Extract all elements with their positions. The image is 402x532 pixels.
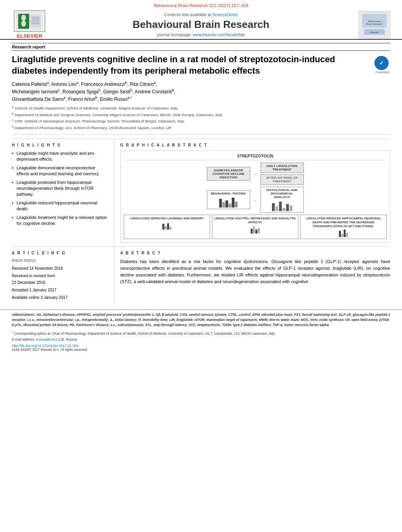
affiliation-d: d Department of Pharmacology, UCL School…: [12, 125, 390, 130]
doi-link[interactable]: http://dx.doi.org/10.1016/j.bbr.2017.01.…: [12, 344, 78, 348]
outcome2-text: LIRAGLUTIDE HAD PRO- DEPRESSANT AND ANXI…: [214, 217, 296, 224]
crossmark-badge: ✓ CrossMark: [374, 56, 390, 74]
abstract-text: Diabetes has been identified as a risk f…: [120, 258, 390, 285]
graph-box4-text: BEHAVIORAL TESTING: [209, 192, 248, 195]
svg-text:Elsevier: Elsevier: [370, 31, 378, 33]
elsevier-logo: ELSEVIER: [12, 10, 47, 39]
revised-label: Received in revised form: [12, 272, 108, 279]
journal-logo-image: Behavioural Brain Research Elsevier: [359, 11, 390, 39]
svg-text:Behavioural: Behavioural: [368, 20, 381, 22]
affiliations: a Science of Health Department, School o…: [12, 105, 390, 135]
received-date: Received 14 November 2016: [12, 265, 108, 272]
authors: Caterina Palleriaa, Antonio Leoa, France…: [12, 80, 390, 103]
affiliation-b: b Department of Medical and Surgical Sci…: [12, 112, 390, 117]
highlight-4: Liraglutide reduced hippocampal neuronal…: [12, 200, 108, 212]
footer-abbreviations: Abbreviations: AD, Alzheimer's disease; …: [12, 312, 390, 327]
footer-doi[interactable]: http://dx.doi.org/10.1016/j.bbr.2017.01.…: [12, 344, 390, 348]
footer-corresponding: * Corresponding author at: Chair of Phar…: [12, 330, 390, 336]
graph-outcome-2: LIRAGLUTIDE HAD PRO- DEPRESSANT AND ANXI…: [212, 215, 298, 239]
article-info-abstract-section: A R T I C L E I N F O Article history: R…: [12, 247, 390, 306]
page-footer: Abbreviations: AD, Alzheimer's disease; …: [0, 310, 402, 355]
report-type: Research report: [12, 43, 390, 51]
author-caterina: Caterina Palleriaa, Antonio Leoa, France…: [12, 82, 157, 87]
page: Behavioural Brain Research 321 (2017) 15…: [0, 0, 402, 532]
contents-line: Contents lists available at ScienceDirec…: [47, 12, 355, 17]
graph-arrow-2: →: [253, 198, 257, 202]
highlight-2: Liraglutide demonstrated neuroprotective…: [12, 165, 108, 177]
graphical-abstract-box: STREPTOZOTOCIN DIABETES AND/OR COGNITIVE…: [120, 150, 390, 243]
highlight-3: Liraglutide protected from hippocampal n…: [12, 180, 108, 198]
outcome3-text: LIRAGLUTIDE REDUCED HIPPOCAMPAL NEURONAL…: [302, 217, 385, 228]
journal-title: Behavioural Brain Research: [47, 19, 355, 31]
revised-date: 23 December 2016: [12, 279, 108, 286]
homepage-label: journal homepage:: [157, 32, 192, 37]
graph-outcome-1: LIRAGLUTIDE IMPROVED LEARNING AND MEMORY: [124, 215, 210, 239]
citation-text: Behavioural Brain Research 321 (2017) 15…: [154, 3, 248, 8]
article-history-label: Article history:: [12, 258, 108, 263]
available-date-row: Available online 3 January 2017: [12, 294, 108, 301]
email-suffix: (E. Russo).: [61, 337, 78, 341]
abstract-label: A B S T R A C T: [120, 251, 390, 255]
graphical-abstract-column: G R A P H I C A L A B S T R A C T STREPT…: [114, 139, 390, 247]
homepage-link[interactable]: www.elsevier.com/locate/bbr: [193, 32, 245, 37]
footer-email: E-mail address: erussa@unicz.it (E. Russ…: [12, 337, 390, 341]
accepted-date-row: Accepted 1 January 2017: [12, 287, 108, 293]
author-michelangelo: Michelangelo Iannonec, Rosangela Spigab,…: [12, 89, 175, 95]
affiliation-a: a Science of Health Department, School o…: [12, 105, 390, 111]
graph-box3-text: AFTER SIX WEEK OF TREATMENT: [263, 176, 302, 183]
crossmark-icon: ✓: [374, 56, 389, 70]
article-body: Research report Liraglutide prevents cog…: [0, 40, 402, 306]
graphical-abstract-label: G R A P H I C A L A B S T R A C T: [120, 143, 390, 147]
abstract-column: A B S T R A C T Diabetes has been identi…: [114, 247, 390, 306]
graph-arrow-1: →: [253, 172, 257, 176]
journal-logo-right: Behavioural Brain Research Elsevier: [355, 11, 390, 39]
elsevier-logo-image: [14, 10, 45, 32]
outcome1-text: LIRAGLUTIDE IMPROVED LEARNING AND MEMORY: [126, 217, 208, 221]
accepted-date: Accepted 1 January 2017: [12, 287, 108, 293]
highlights-graphical-section: H I G H L I G H T S Liraglutide might ha…: [12, 139, 390, 247]
corresponding-text: Corresponding author at: Chair of Pharma…: [14, 331, 276, 335]
received-date-row: Received 14 November 2016: [12, 265, 108, 272]
journal-citation: Behavioural Brain Research 321 (2017) 15…: [12, 3, 390, 8]
revised-date-row: Received in revised form 23 December 201…: [12, 272, 108, 286]
title-row: Liraglutide prevents cognitive decline i…: [12, 54, 390, 76]
svg-point-2: [21, 15, 26, 21]
footer-copyright: 0166-4328/© 2017 Elsevier B.V. All right…: [12, 348, 390, 352]
article-info-column: A R T I C L E I N F O Article history: R…: [12, 247, 114, 306]
graph-box-3: AFTER SIX WEEK OF TREATMENT: [261, 174, 304, 185]
graphical-title: STREPTOZOTOCIN: [124, 154, 387, 160]
email-label: E-mail address:: [12, 337, 35, 341]
article-info-label: A R T I C L E I N F O: [12, 251, 108, 255]
journal-center: Contents lists available at ScienceDirec…: [47, 12, 355, 37]
affiliation-c: c CNR, Institute of Neurological Science…: [12, 118, 390, 124]
abbreviations-text: AD, Alzheimer's disease; APP/PS1, amyloi…: [12, 313, 390, 327]
author-giovambattista: Giovambattista De Sarroa, Franco Arturib…: [12, 96, 132, 102]
svg-rect-4: [30, 15, 41, 28]
article-dates: Received 14 November 2016 Received in re…: [12, 265, 108, 301]
highlights-column: H I G H L I G H T S Liraglutide might ha…: [12, 139, 114, 247]
journal-header: Behavioural Brain Research 321 (2017) 15…: [0, 0, 402, 40]
svg-point-3: [21, 20, 26, 27]
journal-homepage: journal homepage: www.elsevier.com/locat…: [47, 32, 355, 37]
article-title: Liraglutide prevents cognitive decline i…: [12, 54, 370, 76]
corresponding-star: *: [12, 330, 13, 334]
graph-box-1: DIABETES AND/OR COGNITIVE DECLINE INDUCT…: [207, 167, 250, 181]
abbreviations-label: Abbreviations:: [12, 313, 35, 317]
highlight-5: Liraglutide treatment might be a relevan…: [12, 215, 108, 227]
elsevier-brand: ELSEVIER: [17, 33, 42, 39]
sciencedirect-link[interactable]: ScienceDirect: [212, 12, 238, 17]
highlights-list: Liraglutide might have anxiolytic and pr…: [12, 150, 108, 226]
contents-text: Contents lists available at: [164, 12, 211, 17]
graph-box-5: HISTOLOGICAL AND BIOCHEMICAL ANALISYS: [261, 187, 304, 213]
crossmark-label: CrossMark: [374, 71, 390, 74]
svg-text:Brain Research: Brain Research: [366, 23, 382, 25]
highlight-1: Liraglutide might have anxiolytic and pr…: [12, 150, 108, 163]
available-date: Available online 3 January 2017: [12, 294, 108, 301]
graph-box1-text: DIABETES AND/OR COGNITIVE DECLINE INDUCT…: [209, 169, 248, 179]
graph-box5-text: HISTOLOGICAL AND BIOCHEMICAL ANALISYS: [263, 188, 302, 199]
email-link[interactable]: erussa@unicz.it: [36, 337, 60, 341]
highlights-label: H I G H L I G H T S: [12, 143, 108, 147]
graph-outcome-3: LIRAGLUTIDE REDUCED HIPPOCAMPAL NEURONAL…: [300, 215, 387, 239]
graph-box2-text: DAILY LIRAGLUTIDE TREATMENT: [263, 164, 302, 171]
graph-box-2: DAILY LIRAGLUTIDE TREATMENT: [261, 163, 304, 173]
